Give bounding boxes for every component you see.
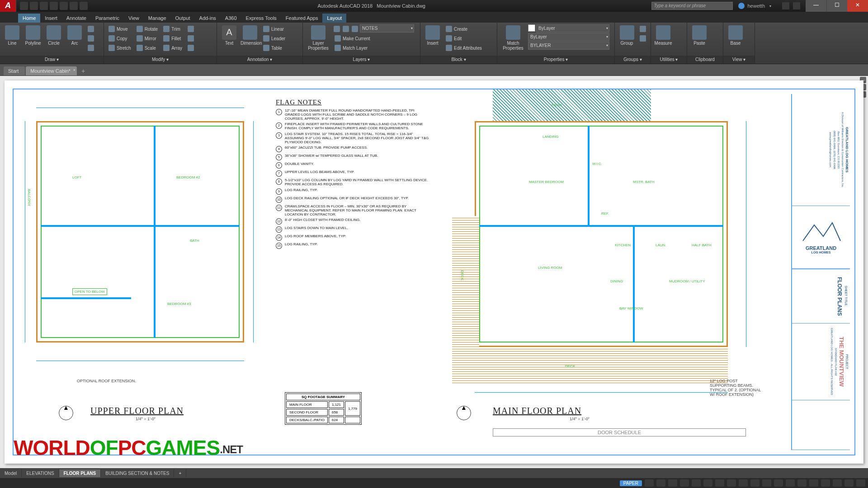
panel-utils-title[interactable]: Utilities ▾ bbox=[651, 56, 687, 64]
block-edit-button[interactable]: Edit bbox=[444, 34, 484, 43]
block-insert-button[interactable]: Insert bbox=[423, 24, 442, 46]
tab-output[interactable]: Output bbox=[171, 14, 195, 23]
annomonitor-icon[interactable] bbox=[774, 479, 783, 487]
draw-extra-2[interactable] bbox=[86, 34, 96, 43]
lineweight-combo[interactable]: ByLayer bbox=[528, 33, 609, 41]
cleanscreen-icon[interactable] bbox=[844, 479, 854, 487]
polyline-button[interactable]: Polyline bbox=[24, 24, 42, 46]
lock-ui-icon[interactable] bbox=[809, 479, 818, 487]
move-button[interactable]: Move bbox=[107, 24, 133, 33]
close-tab-icon[interactable]: × bbox=[73, 68, 75, 72]
block-editattr-button[interactable]: Edit Attributes bbox=[444, 43, 484, 52]
units-icon[interactable] bbox=[786, 479, 795, 487]
lineweight-toggle-icon[interactable] bbox=[715, 479, 724, 487]
modify-extra-2[interactable] bbox=[186, 34, 196, 43]
match-layer-button[interactable]: Match Layer bbox=[333, 43, 414, 52]
quickprops-icon[interactable] bbox=[797, 479, 807, 487]
signed-in-user[interactable]: hewetth▾ bbox=[733, 3, 777, 9]
exchange-apps-icon[interactable] bbox=[782, 2, 789, 9]
layer-properties-button[interactable]: Layer Properties bbox=[306, 24, 331, 51]
qat-plot-icon[interactable] bbox=[60, 2, 68, 10]
tab-view[interactable]: View bbox=[124, 14, 144, 23]
draw-extra-3[interactable] bbox=[86, 43, 96, 52]
dimension-button[interactable]: Dimension bbox=[241, 24, 259, 46]
tab-featured[interactable]: Featured Apps bbox=[281, 14, 323, 23]
panel-clip-title[interactable]: Clipboard bbox=[687, 56, 723, 64]
drawing-area[interactable]: — ☐ × LOFT BEDROOM #2 BATH BEDROOM #3 OP… bbox=[0, 76, 868, 468]
layer-freeze-icon[interactable] bbox=[342, 24, 350, 33]
snap-toggle-icon[interactable] bbox=[656, 479, 665, 487]
cycling-toggle-icon[interactable] bbox=[739, 479, 748, 487]
ungroup-icon[interactable] bbox=[638, 34, 648, 43]
minimize-button[interactable]: — bbox=[806, 0, 826, 12]
make-current-button[interactable]: Make Current bbox=[333, 34, 414, 43]
tab-manage[interactable]: Manage bbox=[144, 14, 171, 23]
new-tab-button[interactable]: + bbox=[78, 66, 89, 75]
hardware-accel-icon[interactable] bbox=[833, 479, 842, 487]
layout-model[interactable]: Model bbox=[0, 469, 22, 477]
rotate-button[interactable]: Rotate bbox=[135, 24, 160, 33]
linetype-combo[interactable]: BYLAYER bbox=[528, 42, 609, 50]
qat-new-icon[interactable] bbox=[20, 2, 28, 10]
maximize-button[interactable]: ☐ bbox=[826, 0, 847, 12]
panel-layers-title[interactable]: Layers ▾ bbox=[303, 56, 420, 64]
base-view-button[interactable]: Base bbox=[726, 24, 745, 46]
panel-props-title[interactable]: Properties ▾ bbox=[497, 56, 614, 64]
paste-button[interactable]: Paste bbox=[690, 24, 709, 46]
doc-tab-start[interactable]: Start bbox=[4, 66, 25, 75]
measure-button[interactable]: Measure bbox=[654, 24, 673, 46]
panel-view-title[interactable]: View ▾ bbox=[723, 56, 755, 64]
qat-undo-icon[interactable] bbox=[70, 2, 78, 10]
block-create-button[interactable]: Create bbox=[444, 24, 484, 33]
panel-groups-title[interactable]: Groups ▾ bbox=[615, 56, 651, 64]
line-button[interactable]: Line bbox=[3, 24, 22, 46]
modify-extra-1[interactable] bbox=[186, 24, 196, 33]
customize-status-icon[interactable] bbox=[856, 479, 865, 487]
qat-open-icon[interactable] bbox=[30, 2, 38, 10]
trim-button[interactable]: Trim bbox=[161, 24, 184, 33]
qat-redo-icon[interactable] bbox=[80, 2, 88, 10]
fillet-button[interactable]: Fillet bbox=[161, 34, 184, 43]
arc-button[interactable]: Arc bbox=[65, 24, 84, 46]
layout-sections[interactable]: BUILDING SECTION & NOTES bbox=[101, 469, 174, 477]
app-logo[interactable]: A bbox=[0, 0, 16, 12]
grid-toggle-icon[interactable] bbox=[645, 479, 654, 487]
layout-elevations[interactable]: ELEVATIONS bbox=[22, 469, 59, 477]
draw-extra-1[interactable] bbox=[86, 24, 96, 33]
panel-annot-title[interactable]: Annotation ▾ bbox=[217, 56, 302, 64]
group-edit-icon[interactable] bbox=[638, 24, 648, 33]
layout-add[interactable]: + bbox=[174, 469, 186, 477]
panel-draw-title[interactable]: Draw ▾ bbox=[0, 56, 104, 64]
qat-saveas-icon[interactable] bbox=[50, 2, 58, 10]
tab-layout[interactable]: Layout bbox=[322, 14, 346, 23]
polar-toggle-icon[interactable] bbox=[680, 479, 689, 487]
array-button[interactable]: Array bbox=[161, 43, 184, 52]
color-combo[interactable]: ByLayer bbox=[536, 24, 609, 33]
circle-button[interactable]: Circle bbox=[44, 24, 63, 46]
text-button[interactable]: AText bbox=[220, 24, 239, 46]
modify-extra-3[interactable] bbox=[186, 43, 196, 52]
layer-off-icon[interactable] bbox=[333, 24, 341, 33]
panel-block-title[interactable]: Block ▾ bbox=[420, 56, 497, 64]
layer-lock-icon[interactable] bbox=[351, 24, 359, 33]
help-icon[interactable] bbox=[793, 2, 800, 9]
qat-save-icon[interactable] bbox=[40, 2, 48, 10]
tab-a360[interactable]: A360 bbox=[221, 14, 241, 23]
annoscale-icon[interactable] bbox=[750, 479, 760, 487]
space-toggle[interactable]: PAPER bbox=[620, 480, 642, 486]
tab-insert[interactable]: Insert bbox=[40, 14, 62, 23]
tab-home[interactable]: Home bbox=[18, 14, 40, 23]
osnap-toggle-icon[interactable] bbox=[692, 479, 701, 487]
match-properties-button[interactable]: Match Properties bbox=[500, 24, 526, 51]
linear-button[interactable]: Linear bbox=[261, 24, 287, 33]
copy-button[interactable]: Copy bbox=[107, 34, 133, 43]
otrack-toggle-icon[interactable] bbox=[703, 479, 712, 487]
isolate-icon[interactable] bbox=[821, 479, 830, 487]
workspace-icon[interactable] bbox=[762, 479, 771, 487]
tab-addins[interactable]: Add-ins bbox=[195, 14, 221, 23]
scale-button[interactable]: Scale bbox=[135, 43, 160, 52]
group-button[interactable]: Group bbox=[618, 24, 636, 46]
ortho-toggle-icon[interactable] bbox=[668, 479, 677, 487]
tab-parametric[interactable]: Parametric bbox=[91, 14, 124, 23]
layout-floorplans[interactable]: FLOOR PLANS bbox=[59, 469, 101, 477]
